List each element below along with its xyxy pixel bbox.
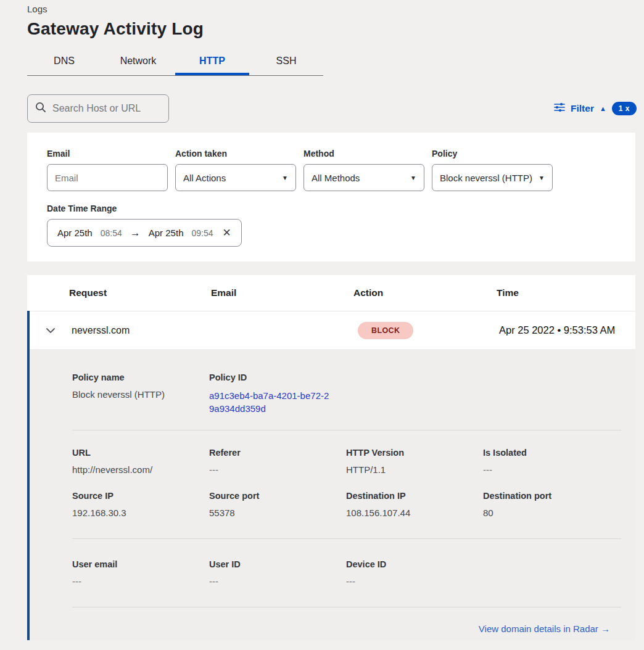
source-ip-value: 192.168.30.3 (72, 508, 209, 518)
section-divider (72, 607, 621, 607)
filter-field-action: Action taken All Actions ▼ (175, 149, 296, 191)
policy-name-cell: Policy name Block neverssl (HTTP) (72, 372, 209, 415)
block-status-badge: BLOCK (358, 322, 413, 339)
view-domain-radar-link[interactable]: View domain details in Radar → (479, 623, 610, 634)
http-version-label: HTTP Version (346, 448, 483, 458)
clear-date-range-icon[interactable]: ✕ (223, 226, 231, 239)
column-header-action: Action (353, 287, 497, 298)
chevron-down-icon: ▼ (282, 175, 288, 181)
row-time: Apr 25 2022 • 9:53:53 AM (499, 324, 635, 336)
search-box[interactable] (27, 94, 169, 123)
tab-dns[interactable]: DNS (27, 49, 101, 75)
filter-field-method: Method All Methods ▼ (303, 149, 424, 191)
destination-ip-label: Destination IP (346, 491, 483, 501)
start-date[interactable]: Apr 25th (57, 228, 93, 238)
email-label: Email (47, 149, 168, 158)
filter-toggle-button[interactable]: Filter (571, 103, 594, 114)
method-select-value: All Methods (312, 173, 360, 183)
policy-select-value: Block neverssl (HTTP) (440, 173, 532, 183)
network-section: Source IP 192.168.30.3 Source port 55378… (72, 491, 621, 518)
row-details-panel: Policy name Block neverssl (HTTP) Policy… (30, 349, 635, 640)
policy-id-label: Policy ID (209, 372, 346, 382)
source-port-value: 55378 (209, 508, 346, 518)
row-action: BLOCK (356, 322, 499, 339)
policy-select[interactable]: Block neverssl (HTTP) ▼ (432, 164, 553, 191)
device-id-value: --- (346, 576, 483, 586)
method-select[interactable]: All Methods ▼ (303, 164, 424, 191)
referer-label: Referer (209, 448, 346, 458)
filter-fields-row: Email Action taken All Actions ▼ Method … (47, 149, 616, 191)
policy-id-cell: Policy ID a91c3eb4-ba7a-4201-be72-29a934… (209, 372, 346, 415)
user-email-cell: User email --- (72, 559, 209, 586)
action-taken-label: Action taken (175, 149, 296, 158)
url-label: URL (72, 448, 209, 458)
collapse-row-chevron-icon[interactable] (46, 327, 56, 334)
date-range-picker[interactable]: Apr 25th 08:54 → Apr 25th 09:54 ✕ (47, 219, 242, 247)
tab-network[interactable]: Network (101, 49, 175, 75)
search-icon (35, 102, 46, 115)
page-title: Gateway Activity Log (27, 19, 644, 39)
toolbar: Filter ▲ 1 x (27, 94, 637, 123)
device-id-cell: Device ID --- (346, 559, 483, 586)
filter-panel: Email Action taken All Actions ▼ Method … (27, 133, 635, 261)
destination-port-label: Destination port (483, 491, 620, 501)
section-divider (72, 538, 621, 539)
breadcrumb: Logs (27, 4, 644, 14)
filter-field-email: Email (47, 149, 168, 191)
device-id-label: Device ID (346, 559, 483, 569)
user-id-value: --- (209, 576, 346, 586)
is-isolated-cell: Is Isolated --- (483, 448, 620, 475)
row-request: neverssl.com (72, 325, 213, 336)
date-range-label: Date Time Range (47, 204, 616, 213)
action-select-value: All Actions (183, 173, 226, 183)
url-cell: URL http://neverssl.com/ (72, 448, 209, 475)
section-divider (72, 430, 621, 430)
collapse-caret-icon[interactable]: ▲ (600, 105, 606, 112)
page-header: Logs Gateway Activity Log (0, 0, 644, 39)
tab-ssh[interactable]: SSH (249, 49, 323, 75)
log-table: Request Email Action Time neverssl.com B… (27, 275, 635, 640)
http-version-cell: HTTP Version HTTP/1.1 (346, 448, 483, 475)
policy-section: Policy name Block neverssl (HTTP) Policy… (72, 372, 621, 415)
column-header-request: Request (69, 287, 211, 298)
source-ip-cell: Source IP 192.168.30.3 (72, 491, 209, 518)
is-isolated-label: Is Isolated (483, 448, 620, 458)
start-time[interactable]: 08:54 (101, 228, 122, 238)
source-ip-label: Source IP (72, 491, 209, 501)
policy-name-label: Policy name (72, 372, 209, 382)
is-isolated-value: --- (483, 464, 620, 475)
destination-port-cell: Destination port 80 (483, 491, 620, 518)
destination-ip-cell: Destination IP 108.156.107.44 (346, 491, 483, 518)
http-request-section: URL http://neverssl.com/ Referer --- HTT… (72, 448, 621, 475)
referer-cell: Referer --- (209, 448, 346, 475)
referer-value: --- (209, 464, 346, 475)
source-port-label: Source port (209, 491, 346, 501)
end-date[interactable]: Apr 25th (149, 228, 184, 238)
destination-port-value: 80 (483, 508, 620, 518)
user-id-cell: User ID --- (209, 559, 346, 586)
policy-name-value: Block neverssl (HTTP) (72, 389, 209, 400)
method-label: Method (303, 149, 424, 158)
http-version-value: HTTP/1.1 (346, 464, 483, 475)
range-arrow-icon: → (130, 227, 141, 239)
end-time[interactable]: 09:54 (191, 228, 213, 238)
tab-http[interactable]: HTTP (175, 49, 249, 75)
destination-ip-value: 108.156.107.44 (346, 508, 483, 518)
policy-id-link[interactable]: a91c3eb4-ba7a-4201-be72-29a934dd359d (209, 389, 332, 415)
action-select[interactable]: All Actions ▼ (175, 164, 296, 191)
user-email-label: User email (72, 559, 209, 569)
table-row[interactable]: neverssl.com BLOCK Apr 25 2022 • 9:53:53… (30, 311, 635, 349)
table-header-row: Request Email Action Time (27, 275, 635, 311)
email-input[interactable] (47, 164, 168, 191)
chevron-down-icon: ▼ (410, 175, 416, 181)
column-header-email: Email (211, 287, 353, 298)
chevron-down-icon: ▼ (539, 175, 545, 181)
log-type-tabs: DNS Network HTTP SSH (27, 49, 323, 76)
user-email-value: --- (72, 576, 209, 586)
user-section: User email --- User ID --- Device ID --- (72, 559, 621, 586)
search-input[interactable] (52, 103, 180, 114)
filter-controls: Filter ▲ 1 x (554, 102, 637, 115)
radar-link-row: View domain details in Radar → (72, 623, 621, 635)
filter-count-badge[interactable]: 1 x (612, 102, 637, 115)
source-port-cell: Source port 55378 (209, 491, 346, 518)
